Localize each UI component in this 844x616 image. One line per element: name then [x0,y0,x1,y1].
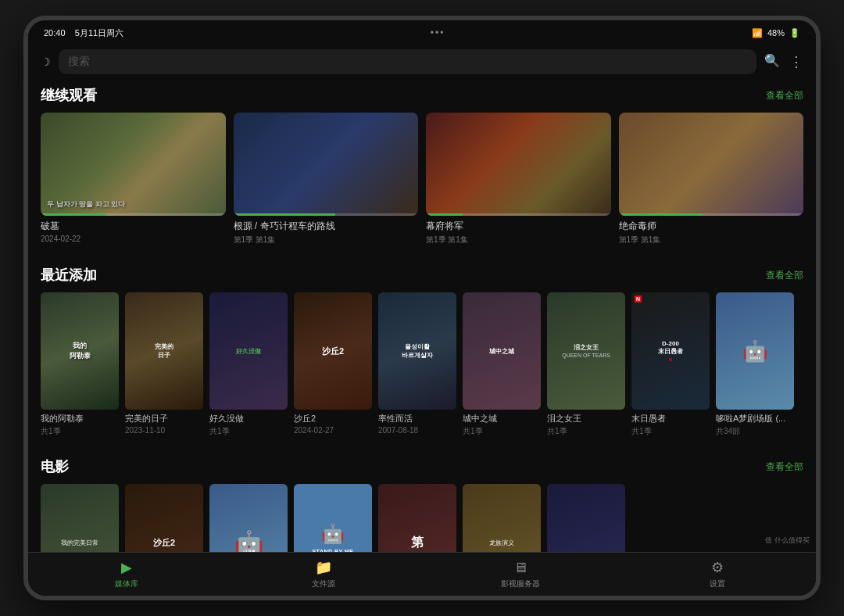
more-icon[interactable]: ⋮ [789,53,803,70]
recent-title-9: 哆啦A梦剧场版 (... [716,413,794,424]
movie-item-5[interactable]: 第 第 [378,484,456,552]
search-input-container[interactable]: 搜索 [59,49,756,74]
recent-poster-2: 完美的日子 [125,292,203,410]
movie-poster-4: 🤖 STAND BY MECOLLECTION [294,484,372,552]
continue-watching-title: 继续观看 [41,86,97,105]
tab-files[interactable]: 📁 文件源 [292,559,355,589]
progress-fill-4 [619,213,702,216]
search-placeholder: 搜索 [68,55,90,69]
movie-poster-2: 沙丘2 [125,484,203,552]
continue-item-4[interactable]: ▶ 绝命毒师 第1季 第1集 [619,113,804,245]
recent-poster-5: 율성이활바르게살자 [378,292,456,410]
movie-item-7[interactable] [547,484,625,552]
recent-item-6[interactable]: 城中之城 城中之城 共1季 [463,292,541,437]
progress-fill-1 [41,213,106,216]
progress-bar-3 [426,213,611,216]
recently-added-title: 最近添加 [41,266,97,285]
continue-thumb-inner-3: ▶ [426,113,611,216]
movie-item-6[interactable]: 龙族演义 龙族演义 [463,484,541,552]
recent-title-5: 率性而活 [378,413,456,424]
search-icon[interactable]: 🔍 [764,53,780,70]
continue-sub-2: 第1季 第1集 [234,235,419,245]
progress-bar-2 [234,213,419,216]
recent-sub-2: 2023-11-10 [125,426,203,435]
movie-item-2[interactable]: 沙丘2 沙丘2 [125,484,203,552]
movies-view-all[interactable]: 查看全部 [766,460,803,474]
continue-thumb-1: ▶ 두 남자가 땅을 파고 있다 [41,113,226,216]
movies-header: 电影 查看全部 [41,449,803,476]
recent-item-3[interactable]: 好久没做 好久没做 共1季 [209,292,288,437]
continue-watching-section: 继续观看 查看全部 ▶ 두 남자가 땅을 파고 있다 [41,78,803,245]
tab-settings-icon: ⚙ [711,559,724,576]
continue-item-1[interactable]: ▶ 두 남자가 땅을 파고 있다 破墓 2024-02-22 [41,113,226,245]
recent-poster-7: 泪之女王QUEEN OF TEARS [547,292,625,410]
tab-settings[interactable]: ⚙ 设置 [686,559,749,589]
continue-watching-header: 继续观看 查看全部 [41,78,803,105]
recent-sub-4: 2024-02-27 [294,426,372,435]
continue-watching-view-all[interactable]: 查看全部 [766,89,803,102]
recent-sub-6: 共1季 [463,426,541,437]
status-center-dots: ••• [431,27,445,38]
continue-info-2: 根源 / 奇巧计程车的路线 第1季 第1集 [234,220,419,245]
recently-added-view-all[interactable]: 查看全部 [766,269,803,282]
recent-item-9[interactable]: 🤖 哆啦A梦剧场版 (... 共34部 [716,292,794,437]
recent-sub-5: 2007-08-18 [378,426,456,435]
recent-poster-8: D-200末日愚者N N [631,292,710,410]
movie-item-3[interactable]: 🤖 哆啦A梦 [209,484,288,552]
tab-server[interactable]: 🖥 影视服务器 [489,560,552,589]
continue-info-4: 绝命毒师 第1季 第1集 [619,220,804,245]
doraemon-icon-movie: 🤖 [234,529,263,552]
recent-title-3: 好久没做 [209,413,288,424]
recent-item-8[interactable]: D-200末日愚者N N 末日愚者 共1季 [631,292,710,437]
continue-thumb-inner-2: ▶ [234,113,419,216]
status-bar: 20:40 5月11日周六 ••• 📶 48% 🔋 [28,20,816,45]
recent-item-4[interactable]: 沙丘2 沙丘2 2024-02-27 [294,292,372,437]
battery-icon: 🔋 [789,28,800,38]
stand-by-me-text: STAND BY MECOLLECTION [312,548,353,552]
continue-title-1: 破墓 [41,220,226,233]
tab-bar: ▶ 媒体库 📁 文件源 🖥 影视服务器 ⚙ 设置 [28,552,816,596]
recent-item-2[interactable]: 完美的日子 完美的日子 2023-11-10 [125,292,203,437]
movie-item-1[interactable]: 我的完美日常 我的完美日常 [41,484,119,552]
screen: 20:40 5月11日周六 ••• 📶 48% 🔋 ☽ 搜索 🔍 ⋮ [28,20,816,596]
doraemon-icon-standbyme: 🤖 [321,523,345,545]
tab-media-label: 媒体库 [115,578,138,589]
continue-item-3[interactable]: ▶ 幕府将军 第1季 第1集 [426,113,611,245]
continue-sub-4: 第1季 第1集 [619,235,804,245]
recent-item-5[interactable]: 율성이활바르게살자 率性而活 2007-08-18 [378,292,456,437]
recent-title-6: 城中之城 [463,413,541,424]
continue-info-3: 幕府将军 第1季 第1集 [426,220,611,245]
recent-item-1[interactable]: 我的阿勒泰 我的阿勒泰 共1季 [41,292,119,437]
tab-server-icon: 🖥 [513,560,528,576]
recent-poster-6: 城中之城 [463,292,541,410]
continue-thumb-inner-4: ▶ [619,113,804,216]
movie-poster-5: 第 [378,484,456,552]
continue-item-2[interactable]: ▶ 根源 / 奇巧计程车的路线 第1季 第1集 [234,113,419,245]
movies-row: 我的完美日常 我的完美日常 沙丘2 [41,484,803,552]
recent-sub-9: 共34部 [716,426,794,437]
recently-added-header: 最近添加 查看全部 [41,258,803,285]
recent-item-7[interactable]: 泪之女王QUEEN OF TEARS 泪之女王 共1季 [547,292,625,437]
continue-info-1: 破墓 2024-02-22 [41,220,226,243]
recent-title-4: 沙丘2 [294,413,372,424]
progress-fill-2 [234,213,335,216]
recent-poster-4: 沙丘2 [294,292,372,410]
continue-title-4: 绝命毒师 [619,220,804,233]
recent-title-2: 完美的日子 [125,413,203,424]
tab-files-icon: 📁 [315,559,332,576]
moon-icon: ☽ [41,56,51,68]
tab-files-label: 文件源 [312,578,335,589]
recent-title-8: 末日愚者 [631,413,710,424]
recent-poster-3: 好久没做 [209,292,288,410]
movie-item-4[interactable]: 🤖 STAND BY MECOLLECTION STAND BY ME COLL… [294,484,372,552]
tab-server-label: 影视服务器 [501,578,540,589]
tab-media[interactable]: ▶ 媒体库 [95,559,158,589]
tab-media-icon: ▶ [121,559,132,576]
continue-item-1-label: 두 남자가 땅을 파고 있다 [47,199,220,210]
recent-title-1: 我的阿勒泰 [41,413,119,424]
search-action-icons: 🔍 ⋮ [764,53,803,70]
recent-sub-1: 共1季 [41,426,119,437]
watermark: 值 什么值得买 [765,535,810,546]
wifi-icon: 📶 [752,28,763,38]
continue-thumb-3: ▶ [426,113,611,216]
